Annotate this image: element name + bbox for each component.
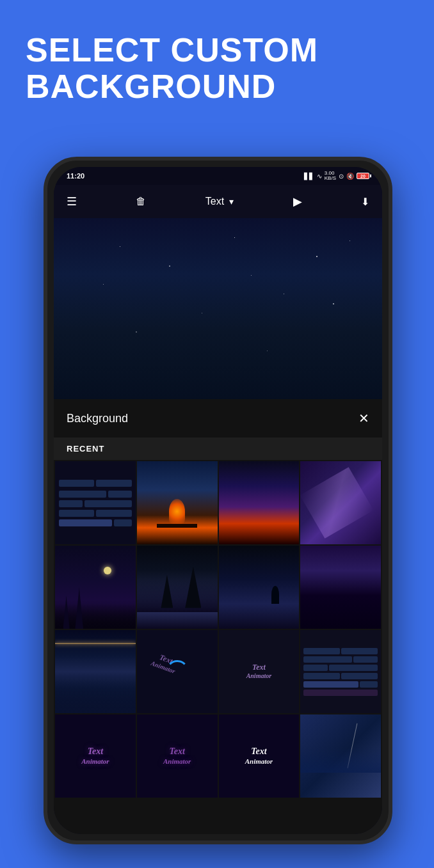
data-speed: 3.00KB/S bbox=[325, 171, 336, 181]
toolbar-title-group: Text ▾ bbox=[205, 196, 234, 207]
preview-area bbox=[54, 218, 382, 407]
battery-level: 20 bbox=[360, 174, 366, 178]
status-bar: 11:20 ▋▋ ∿ 3.00KB/S ⊙ 🔇 20 bbox=[54, 167, 382, 185]
background-image-grid: TextAnimator TextAnimator bbox=[54, 460, 382, 799]
grid-item[interactable] bbox=[55, 461, 136, 544]
headline-line1: SELECT CUSTOM bbox=[26, 32, 318, 68]
close-button[interactable]: ✕ bbox=[358, 411, 369, 426]
grid-item[interactable] bbox=[55, 630, 136, 713]
background-picker-sheet: Background ✕ RECENT bbox=[54, 399, 382, 834]
page-headline: SELECT CUSTOM BACKGROUND bbox=[26, 32, 318, 105]
grid-item[interactable] bbox=[55, 546, 136, 629]
status-icons: ▋▋ ∿ 3.00KB/S ⊙ 🔇 20 bbox=[304, 171, 369, 181]
app-toolbar: ☰ 🗑 Text ▾ ▶ ⬇ bbox=[54, 185, 382, 218]
grid-item[interactable]: TextAnimator bbox=[219, 630, 300, 713]
grid-item[interactable] bbox=[300, 461, 381, 544]
status-time: 11:20 bbox=[67, 172, 84, 180]
grid-item[interactable]: TextAnimator bbox=[55, 714, 136, 798]
grid-item[interactable]: TextAnimator bbox=[137, 714, 218, 798]
delete-icon[interactable]: 🗑 bbox=[136, 196, 146, 207]
grid-item[interactable] bbox=[300, 630, 381, 713]
phone-shell: 11:20 ▋▋ ∿ 3.00KB/S ⊙ 🔇 20 ☰ 🗑 Text ▾ ▶ … bbox=[44, 157, 392, 844]
battery-icon: 20 bbox=[357, 173, 369, 179]
record-icon: ⊙ bbox=[339, 173, 344, 180]
chevron-down-icon[interactable]: ▾ bbox=[229, 196, 234, 207]
wifi-icon: ∿ bbox=[317, 173, 322, 180]
grid-item[interactable] bbox=[219, 461, 300, 544]
grid-item[interactable] bbox=[219, 546, 300, 629]
menu-icon[interactable]: ☰ bbox=[67, 194, 77, 209]
grid-item[interactable]: TextAnimator bbox=[137, 630, 218, 713]
phone-screen: 11:20 ▋▋ ∿ 3.00KB/S ⊙ 🔇 20 ☰ 🗑 Text ▾ ▶ … bbox=[54, 167, 382, 834]
play-icon[interactable]: ▶ bbox=[293, 194, 302, 209]
sheet-header: Background ✕ bbox=[54, 399, 382, 438]
headline-line2: BACKGROUND bbox=[26, 68, 318, 105]
download-icon[interactable]: ⬇ bbox=[361, 196, 369, 208]
grid-item[interactable] bbox=[300, 546, 381, 629]
grid-item[interactable] bbox=[300, 714, 381, 798]
toolbar-title: Text bbox=[205, 196, 224, 207]
sound-icon: 🔇 bbox=[346, 173, 354, 180]
grid-item[interactable] bbox=[137, 546, 218, 629]
grid-item[interactable] bbox=[137, 461, 218, 544]
recent-section-label: RECENT bbox=[54, 438, 382, 460]
sheet-title: Background bbox=[67, 412, 128, 425]
stars-background bbox=[54, 218, 382, 407]
grid-item[interactable]: TextAnimator bbox=[219, 714, 300, 798]
signal-icon: ▋▋ bbox=[304, 173, 314, 180]
